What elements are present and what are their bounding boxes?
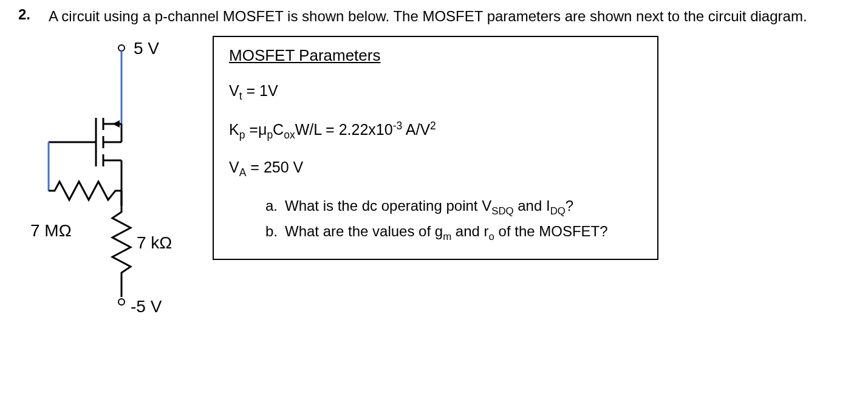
circuit-diagram: 5 V [18, 30, 188, 346]
parameters-box: MOSFET Parameters Vt = 1V Kp =μpCoxW/L =… [213, 36, 658, 261]
bottom-voltage-label: -5 V [131, 297, 162, 316]
svg-marker-3 [112, 120, 120, 128]
params-title: MOSFET Parameters [229, 46, 642, 65]
r-drain-label: 7 kΩ [137, 233, 172, 252]
svg-point-15 [118, 299, 125, 305]
problem-content: A circuit using a p-channel MOSFET is sh… [49, 6, 850, 346]
param-kp: Kp =μpCoxW/L = 2.22x10-3 A/V2 [229, 120, 642, 142]
problem-container: 2. A circuit using a p-channel MOSFET is… [18, 6, 850, 346]
svg-point-0 [118, 45, 125, 51]
problem-intro: A circuit using a p-channel MOSFET is sh… [49, 6, 850, 27]
param-va: VA = 250 V [229, 159, 642, 179]
questions-list: a. What is the dc operating point VSDQ a… [265, 196, 642, 243]
problem-number: 2. [18, 6, 36, 23]
top-voltage-label: 5 V [134, 39, 159, 58]
param-vt: Vt = 1V [229, 82, 642, 103]
main-row: 5 V [49, 30, 850, 346]
question-b: b. What are the values of gm and ro of t… [265, 222, 642, 244]
question-a: a. What is the dc operating point VSDQ a… [265, 196, 642, 218]
r-gate-label: 7 MΩ [30, 221, 72, 240]
